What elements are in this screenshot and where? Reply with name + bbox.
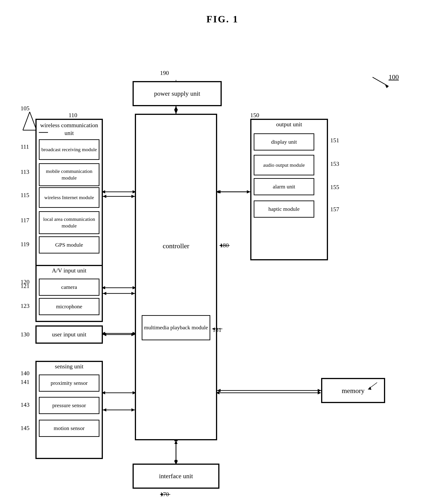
microphone-box: microphone xyxy=(39,298,99,315)
ref-123: 123 xyxy=(20,303,29,309)
ref-119: 119 xyxy=(20,241,29,248)
ref-121: 121 xyxy=(20,283,29,289)
svg-marker-22 xyxy=(318,391,321,394)
svg-marker-62 xyxy=(217,389,221,392)
power-supply-box: power supply unit xyxy=(133,81,222,106)
svg-marker-58 xyxy=(247,190,250,193)
ref-181-arrow xyxy=(210,325,224,332)
ref-170-arrow xyxy=(158,490,176,499)
pressure-box: pressure sensor xyxy=(39,397,99,414)
audio-output-box: audio output module xyxy=(254,155,314,175)
svg-marker-49 xyxy=(131,292,135,295)
mobile-comm-box: mobile communication module xyxy=(39,163,99,186)
local-area-box: local area communication module xyxy=(39,211,99,234)
ref-160-arrow xyxy=(363,380,382,392)
alarm-unit-box: alarm unit xyxy=(254,178,314,195)
output-unit-label: output unit xyxy=(252,120,327,129)
broadcast-receiving-box: broadcast receiving module xyxy=(39,139,99,160)
svg-marker-4 xyxy=(174,109,178,113)
svg-marker-53 xyxy=(103,333,106,336)
svg-marker-52 xyxy=(131,333,135,336)
proximity-box: proximity sensor xyxy=(39,375,99,392)
ref-143: 143 xyxy=(20,401,29,408)
ref-153: 153 xyxy=(330,161,339,167)
user-input-box: user input unit xyxy=(36,325,103,344)
ref-111: 111 xyxy=(20,144,29,150)
ref-130: 130 xyxy=(20,331,29,338)
ref-110: 110 xyxy=(69,112,77,119)
av-input-label: A/V input unit xyxy=(37,266,102,275)
svg-marker-59 xyxy=(217,190,221,193)
svg-marker-61 xyxy=(318,389,321,392)
svg-marker-55 xyxy=(131,408,135,412)
svg-line-29 xyxy=(23,112,30,130)
ref-180-arrow xyxy=(217,242,231,249)
svg-marker-68 xyxy=(174,106,178,110)
svg-marker-44 xyxy=(174,106,178,110)
haptic-module-box: haptic module xyxy=(254,200,314,218)
camera-box: camera xyxy=(39,279,99,296)
svg-marker-37 xyxy=(212,327,215,330)
ref-155: 155 xyxy=(330,184,339,191)
ref-115: 115 xyxy=(20,192,29,199)
interface-unit-box: interface unit xyxy=(133,464,219,489)
svg-marker-67 xyxy=(174,110,178,114)
display-unit-box: display unit xyxy=(254,133,314,150)
multimedia-box: multimedia playback module xyxy=(142,315,210,340)
svg-marker-19 xyxy=(247,190,250,193)
wireless-internet-box: wireless Internet module xyxy=(39,187,99,208)
svg-marker-43 xyxy=(174,110,178,114)
sensing-unit-label: sensing unit xyxy=(37,362,102,371)
ref-157: 157 xyxy=(330,206,339,213)
controller-box xyxy=(135,114,217,440)
ref-113: 113 xyxy=(20,168,29,175)
wireless-comm-unit-label: wireless communication unit xyxy=(37,120,102,138)
fig-title: FIG. 1 xyxy=(0,0,445,25)
svg-marker-50 xyxy=(103,292,106,295)
svg-marker-56 xyxy=(103,408,106,412)
svg-marker-65 xyxy=(174,440,178,444)
svg-marker-41 xyxy=(160,493,163,496)
svg-line-32 xyxy=(372,77,388,86)
power-supply-label: power supply unit xyxy=(154,90,200,98)
ref-151: 151 xyxy=(330,137,339,144)
svg-marker-1 xyxy=(174,110,178,113)
svg-marker-64 xyxy=(174,460,178,464)
svg-marker-47 xyxy=(103,195,106,198)
motion-box: motion sensor xyxy=(39,420,99,437)
ref-145: 145 xyxy=(20,425,29,432)
svg-marker-46 xyxy=(131,195,135,198)
ref-190a: 190 xyxy=(160,70,169,76)
ref-117: 117 xyxy=(20,217,29,224)
ref-141: 141 xyxy=(20,379,29,385)
ref-105: 105 xyxy=(20,105,29,112)
ref-140: 140 xyxy=(20,370,29,377)
svg-marker-35 xyxy=(219,244,222,247)
ref-150: 150 xyxy=(250,112,259,119)
ref-100: 100 xyxy=(388,73,399,81)
gps-box: GPS module xyxy=(39,236,99,253)
controller-label: controller xyxy=(135,242,217,250)
